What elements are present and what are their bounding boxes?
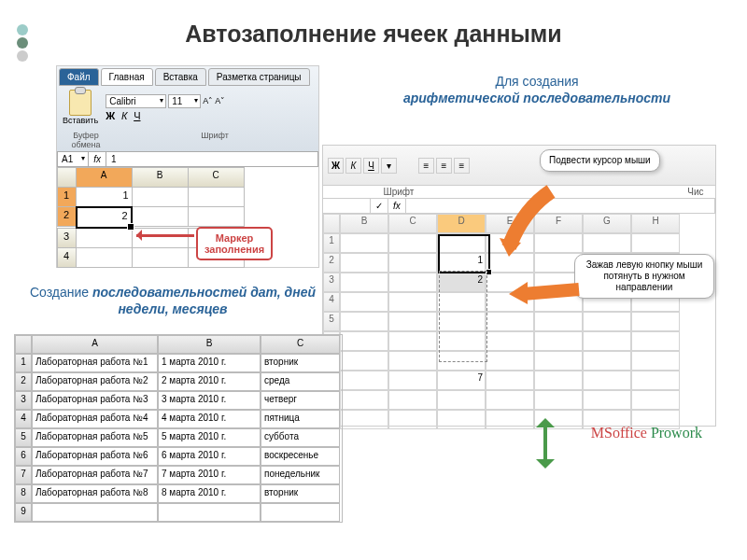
fx-icon[interactable]: fx bbox=[89, 152, 106, 166]
name-box[interactable]: A1 bbox=[58, 152, 89, 166]
tab-home[interactable]: Главная bbox=[101, 68, 153, 86]
orange-arrow-2 bbox=[504, 271, 588, 317]
orange-arrow-1 bbox=[495, 182, 570, 266]
excel-screenshot-1: Файл Главная Вставка Разметка страницы В… bbox=[56, 65, 319, 268]
left-subtitle: Создание последовательностей дат, дней н… bbox=[28, 284, 317, 317]
clipboard-icon bbox=[69, 90, 92, 116]
callout-fill-handle: Маркер заполнения bbox=[196, 227, 273, 260]
cell-grid[interactable]: ABC 11 22 3 4 bbox=[57, 167, 318, 267]
paste-button[interactable]: Вставить bbox=[63, 90, 98, 125]
green-double-arrow bbox=[543, 420, 547, 467]
formula-bar[interactable]: 1 bbox=[106, 152, 317, 166]
slide-title: Автозаполнение ячеек данными bbox=[0, 0, 747, 48]
tab-insert[interactable]: Вставка bbox=[155, 68, 206, 86]
right-caption: Для создания арифметической последовател… bbox=[374, 73, 700, 106]
tab-layout[interactable]: Разметка страницы bbox=[208, 68, 310, 86]
font-selector[interactable]: Calibri bbox=[106, 94, 166, 108]
arrow-to-marker bbox=[136, 234, 194, 237]
watermark: MSoffice Prowork bbox=[591, 425, 702, 441]
speech-cursor: Подвести курсор мыши bbox=[540, 149, 660, 172]
size-selector[interactable]: 11 bbox=[168, 94, 201, 108]
dates-table: ABC1Лабораторная работа №11 марта 2010 г… bbox=[14, 334, 343, 523]
slide-bullets bbox=[17, 22, 28, 63]
speech-drag: Зажав левую кнопку мыши потянуть в нужно… bbox=[574, 254, 714, 299]
tab-file[interactable]: Файл bbox=[59, 68, 99, 86]
